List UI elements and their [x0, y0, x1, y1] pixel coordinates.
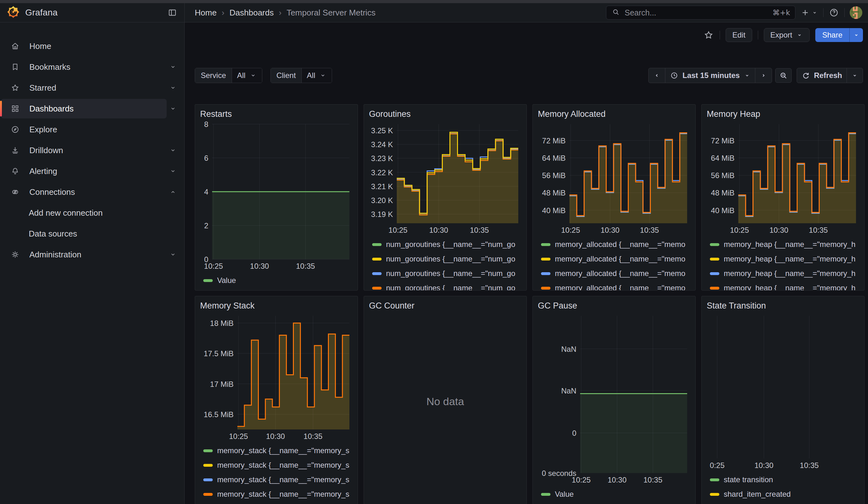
- y-tick-label: 18 MiB: [210, 319, 234, 328]
- chart-area-memory-heap[interactable]: 10:2510:3010:3572 MiB64 MiB56 MiB48 MiB4…: [707, 122, 859, 235]
- chart-area-goroutines[interactable]: 10:2510:3010:353.25 K3.24 K3.23 K3.22 K3…: [369, 122, 521, 235]
- memory-allocated-plot[interactable]: 10:2510:3010:3572 MiB64 MiB56 MiB48 MiB4…: [538, 122, 690, 235]
- filter-value-dropdown[interactable]: All: [302, 68, 332, 83]
- sidebar-expand-drilldown[interactable]: [167, 144, 179, 157]
- goroutines-plot[interactable]: 10:2510:3010:353.25 K3.24 K3.23 K3.22 K3…: [369, 122, 521, 235]
- sidebar-item-explore[interactable]: Explore: [1, 120, 179, 139]
- y-tick-label: 0 seconds: [542, 469, 576, 477]
- legend-item[interactable]: num_goroutines {__name__="num_go: [372, 252, 526, 266]
- filter-value-dropdown[interactable]: All: [232, 68, 262, 83]
- legend-item[interactable]: memory_heap {__name__="memory_h: [710, 266, 864, 281]
- panel-title-goroutines[interactable]: Goroutines: [364, 104, 526, 120]
- sidebar-item-drilldown[interactable]: Drilldown: [1, 141, 167, 160]
- x-tick-label: 10:30: [266, 432, 285, 441]
- share-options-button[interactable]: [849, 28, 863, 42]
- sidebar-item-alerting[interactable]: Alerting: [1, 161, 167, 181]
- sidebar-expand-starred[interactable]: [167, 81, 179, 94]
- legend-item[interactable]: memory_allocated {__name__="memo: [541, 281, 695, 290]
- chevron-down-icon: [169, 167, 177, 175]
- time-shift-back-button[interactable]: [649, 68, 665, 83]
- legend-item[interactable]: memory_heap {__name__="memory_h: [710, 252, 864, 266]
- sidebar-item-data-sources[interactable]: Data sources: [1, 224, 179, 244]
- legend-item[interactable]: memory_stack {__name__="memory_s: [203, 472, 358, 487]
- legend-item[interactable]: memory_heap {__name__="memory_h: [710, 237, 864, 252]
- chart-area-memory-allocated[interactable]: 10:2510:3010:3572 MiB64 MiB56 MiB48 MiB4…: [538, 122, 690, 235]
- y-tick-label: NaN: [561, 345, 576, 353]
- sidebar-item-home[interactable]: Home: [1, 36, 179, 56]
- sidebar-item-bookmarks[interactable]: Bookmarks: [1, 57, 167, 77]
- time-shift-forward-button[interactable]: [755, 68, 772, 83]
- legend-item[interactable]: Value: [203, 273, 358, 288]
- time-controls: Last 15 minutes: [648, 68, 863, 83]
- panel-title-restarts[interactable]: Restarts: [195, 104, 358, 120]
- gc-pause-plot[interactable]: 10:2510:3010:35NaNNaN00 seconds: [538, 313, 690, 485]
- share-button[interactable]: Share: [815, 28, 849, 42]
- sidebar-item-starred[interactable]: Starred: [1, 78, 167, 97]
- sidebar-item-connections[interactable]: Connections: [1, 182, 167, 202]
- x-tick-label: 10:35: [296, 262, 315, 270]
- legend-item[interactable]: num_goroutines {__name__="num_go: [372, 266, 526, 281]
- legend-item[interactable]: memory_stack {__name__="memory_s: [203, 487, 358, 502]
- refresh-button[interactable]: Refresh: [797, 68, 847, 83]
- time-range-picker[interactable]: Last 15 minutes: [665, 68, 755, 83]
- panel-title-memory-stack[interactable]: Memory Stack: [195, 296, 358, 311]
- restarts-plot[interactable]: 10:2510:3010:3586420: [200, 122, 353, 271]
- legend-item[interactable]: memory_allocated {__name__="memo: [541, 266, 695, 281]
- sidebar-item-administration[interactable]: Administration: [1, 245, 167, 264]
- legend-item[interactable]: state transition: [710, 472, 864, 487]
- legend-item[interactable]: num_goroutines {__name__="num_go: [372, 281, 526, 290]
- share-split-button: Share: [815, 28, 863, 42]
- zoom-out-time-button[interactable]: [775, 68, 792, 83]
- legend-item[interactable]: memory_stack {__name__="memory_s: [203, 458, 358, 472]
- legend-item[interactable]: Value: [541, 487, 695, 502]
- sidebar-expand-connections[interactable]: [167, 186, 179, 198]
- legend-item[interactable]: num_goroutines {__name__="num_go: [372, 237, 526, 252]
- bell-icon: [10, 166, 20, 176]
- chart-area-state-transition[interactable]: 0:2510:3010:35: [707, 313, 859, 471]
- chart-area-memory-stack[interactable]: 10:2510:3010:3518 MiB17.5 MiB17 MiB16.5 …: [200, 313, 353, 442]
- sidebar-item-label: Dashboards: [29, 104, 74, 114]
- sidebar-expand-dashboards[interactable]: [167, 102, 179, 115]
- legend-item[interactable]: shard_item_created: [710, 487, 864, 502]
- state-transition-plot[interactable]: 0:2510:3010:35: [707, 313, 859, 471]
- refresh-interval-button[interactable]: [847, 68, 862, 83]
- help-button[interactable]: [828, 7, 839, 18]
- breadcrumb-home[interactable]: Home: [195, 8, 217, 18]
- user-avatar[interactable]: [850, 6, 862, 19]
- sidebar-row-data-sources: Data sources: [0, 223, 184, 244]
- panel-title-memory-heap[interactable]: Memory Heap: [702, 104, 864, 120]
- edit-button[interactable]: Edit: [726, 28, 752, 42]
- legend-item[interactable]: memory_allocated {__name__="memo: [541, 252, 695, 266]
- grafana-logo[interactable]: [7, 6, 20, 20]
- sidebar-toggle-icon[interactable]: [167, 8, 177, 18]
- zoom-out-icon: [779, 71, 788, 80]
- search-input[interactable]: [624, 8, 768, 18]
- panel-title-state-transition[interactable]: State Transition: [702, 296, 864, 311]
- chart-area-gc-pause[interactable]: 10:2510:3010:35NaNNaN00 seconds: [538, 313, 690, 485]
- filter-client: ClientAll: [270, 68, 332, 83]
- panel-title-gc-counter[interactable]: GC Counter: [364, 296, 526, 311]
- legend-item[interactable]: memory_allocated {__name__="memo: [541, 237, 695, 252]
- memory-stack-plot[interactable]: 10:2510:3010:3518 MiB17.5 MiB17 MiB16.5 …: [200, 313, 353, 442]
- sidebar-expand-bookmarks[interactable]: [167, 61, 179, 73]
- breadcrumb-dashboards[interactable]: Dashboards: [229, 8, 273, 18]
- panel-title-memory-allocated[interactable]: Memory Allocated: [533, 104, 695, 120]
- y-tick-label: 8: [204, 122, 208, 128]
- sidebar-expand-administration[interactable]: [167, 248, 179, 261]
- sidebar-item-add-new-connection[interactable]: Add new connection: [1, 203, 179, 223]
- legend-item[interactable]: memory_stack {__name__="memory_s: [203, 443, 358, 458]
- export-button[interactable]: Export: [764, 28, 809, 42]
- sidebar-item-dashboards[interactable]: Dashboards: [1, 99, 167, 119]
- plug-icon: [10, 187, 20, 197]
- search-input-box[interactable]: ⌘+k: [606, 6, 795, 20]
- add-new-button[interactable]: [800, 8, 818, 17]
- panel-memory-allocated: Memory Allocated10:2510:3010:3572 MiB64 …: [533, 104, 696, 290]
- search-icon: [611, 8, 620, 18]
- star-dashboard-button[interactable]: [703, 30, 714, 40]
- legend-memory-stack: memory_stack {__name__="memory_smemory_s…: [195, 442, 358, 504]
- panel-title-gc-pause[interactable]: GC Pause: [533, 296, 695, 311]
- chart-area-restarts[interactable]: 10:2510:3010:3586420: [200, 122, 353, 271]
- sidebar-expand-alerting[interactable]: [167, 165, 179, 177]
- memory-heap-plot[interactable]: 10:2510:3010:3572 MiB64 MiB56 MiB48 MiB4…: [707, 122, 859, 235]
- legend-item[interactable]: memory_heap {__name__="memory_h: [710, 281, 864, 290]
